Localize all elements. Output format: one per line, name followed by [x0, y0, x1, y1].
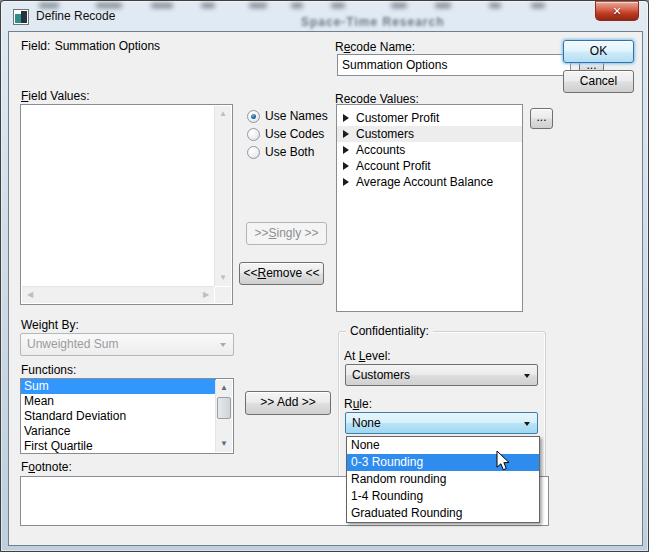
scroll-down-icon[interactable]: ▼: [216, 436, 232, 452]
field-info: Field: Summation Options: [21, 39, 160, 53]
remove-button[interactable]: << Remove <<: [239, 262, 324, 285]
expand-arrow-icon: [343, 146, 349, 154]
background-smudge: [531, 3, 545, 8]
expand-arrow-icon: [343, 162, 349, 170]
scroll-left-icon[interactable]: ◀: [22, 287, 38, 303]
recode-value-item[interactable]: Customers: [337, 126, 522, 142]
recode-value-item[interactable]: Accounts: [337, 142, 522, 158]
ok-button[interactable]: OK: [563, 40, 634, 63]
radio-row-use-codes[interactable]: Use Codes: [247, 127, 324, 143]
radio-label: Use Both: [265, 145, 314, 159]
singly-button: >> Singly >>: [246, 222, 327, 245]
confidentiality-label: Confidentiality:: [346, 324, 433, 338]
rule-combobox[interactable]: None: [345, 412, 538, 434]
expand-arrow-icon: [343, 114, 349, 122]
radio-label: Use Names: [265, 109, 328, 123]
weight-by-label: Weight By:: [21, 318, 79, 332]
scroll-up-icon[interactable]: ▲: [216, 380, 232, 396]
radio-use-both[interactable]: [247, 146, 260, 159]
radio-label: Use Codes: [265, 127, 324, 141]
define-recode-dialog: Space-Time Research Define Recode ✕ Fiel…: [0, 0, 649, 552]
cancel-button[interactable]: Cancel: [563, 70, 634, 93]
recode-value-item[interactable]: Customer Profit: [337, 110, 522, 126]
weight-by-combobox: Unweighted Sum: [20, 333, 234, 356]
function-item[interactable]: Variance: [21, 424, 216, 439]
recode-values-list[interactable]: Customer Profit Customers Accounts Accou…: [336, 104, 523, 312]
background-smudge: [291, 3, 303, 8]
chevron-down-icon: [524, 374, 530, 378]
background-smudge: [39, 3, 59, 8]
vertical-scrollbar[interactable]: ▲ ▼: [214, 106, 231, 286]
functions-list[interactable]: ▲ ▼ SumMeanStandard DeviationVarianceFir…: [20, 378, 234, 454]
background-smudge: [96, 3, 122, 8]
field-values-list[interactable]: ▲ ▼ ◀ ▶: [20, 104, 233, 305]
rule-option[interactable]: Random rounding: [347, 471, 539, 488]
radio-use-codes[interactable]: [247, 128, 260, 141]
background-smudge: [201, 3, 215, 8]
footnote-label: Footnote:: [21, 460, 72, 474]
scroll-right-icon[interactable]: ▶: [198, 287, 214, 303]
horizontal-scrollbar[interactable]: ◀ ▶: [22, 286, 214, 303]
background-smudge: [331, 3, 345, 8]
background-smudge: [391, 3, 407, 8]
field-values-label: Field Values:: [21, 89, 90, 103]
functions-label: Functions:: [21, 363, 76, 377]
radio-use-names[interactable]: [247, 110, 260, 123]
mouse-cursor: [496, 450, 511, 473]
background-smudge: [435, 3, 451, 8]
scrollbar-thumb[interactable]: [217, 397, 231, 419]
function-item[interactable]: Mean: [21, 394, 216, 409]
title-bar[interactable]: Space-Time Research Define Recode ✕: [1, 1, 648, 31]
recode-values-browse-button[interactable]: ...: [530, 108, 553, 129]
close-button[interactable]: ✕: [595, 1, 639, 21]
vertical-scrollbar[interactable]: ▲ ▼: [215, 380, 232, 452]
function-item[interactable]: Sum: [21, 379, 216, 394]
scroll-down-icon[interactable]: ▼: [215, 270, 231, 286]
field-info-value: Summation Options: [55, 39, 160, 53]
field-info-label: Field:: [21, 39, 50, 53]
background-smudge: [249, 3, 267, 8]
at-level-label: At Level:: [344, 349, 391, 363]
chevron-down-icon: [220, 343, 226, 347]
radio-row-use-names[interactable]: Use Names: [247, 109, 328, 125]
rule-option[interactable]: Graduated Rounding: [347, 505, 539, 522]
background-smudge: [489, 3, 501, 8]
expand-arrow-icon: [343, 130, 349, 138]
recode-name-input[interactable]: [337, 54, 571, 76]
background-smudge: [151, 3, 173, 8]
close-icon: ✕: [612, 5, 621, 17]
function-item[interactable]: Standard Deviation: [21, 409, 216, 424]
recode-value-item[interactable]: Average Account Balance: [337, 174, 522, 190]
scroll-up-icon[interactable]: ▲: [215, 106, 231, 122]
app-icon: [13, 9, 29, 25]
scrollbar-corner: [215, 287, 231, 303]
rule-option[interactable]: 1-4 Rounding: [347, 488, 539, 505]
add-button[interactable]: >> Add >>: [245, 391, 331, 415]
expand-arrow-icon: [343, 178, 349, 186]
recode-name-label: Recode Name:: [335, 40, 415, 54]
background-watermark: Space-Time Research: [301, 15, 445, 29]
rule-label: Rule:: [344, 397, 372, 411]
at-level-combobox[interactable]: Customers: [345, 364, 538, 386]
chevron-down-icon: [524, 422, 530, 426]
function-item[interactable]: First Quartile: [21, 439, 216, 454]
recode-value-item[interactable]: Account Profit: [337, 158, 522, 174]
radio-row-use-both[interactable]: Use Both: [247, 145, 314, 161]
window-title: Define Recode: [36, 9, 115, 23]
